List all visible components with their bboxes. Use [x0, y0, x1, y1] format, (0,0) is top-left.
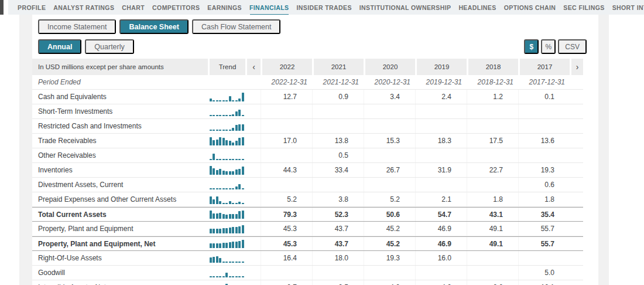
value-cell: 1.8 [518, 192, 570, 206]
year-column-header-2021[interactable]: 2021 [312, 59, 364, 75]
row-label: Property, Plant and Equipment [32, 222, 208, 236]
sparkline-bar [232, 114, 234, 116]
nav-item-earnings[interactable]: EARNINGS [207, 4, 242, 11]
nav-item-short-interest[interactable]: SHORT INTEREST [612, 4, 644, 11]
sparkline-bar [242, 262, 244, 263]
value-cell: 5.0 [518, 266, 570, 280]
sparkline-bar [210, 115, 212, 116]
value-cell: 0.6 [518, 178, 570, 192]
sparkline-bar [222, 203, 225, 204]
unit-button-csv[interactable]: CSV [558, 39, 587, 54]
sparkline-bar [242, 225, 244, 233]
trend-sparkline [208, 119, 245, 133]
sparkline-bar [210, 243, 212, 248]
arrow-spacer [245, 178, 261, 192]
row-label: Total Current Assets [32, 208, 208, 221]
tab-annual[interactable]: Annual [38, 39, 81, 54]
value-cell: 3.4 [364, 90, 415, 104]
table-row-cash-and-equivalents: Cash and Equivalents12.70.93.42.41.20.1 [32, 90, 583, 104]
nav-item-profile[interactable]: PROFILE [18, 4, 46, 11]
sparkline-bar [229, 115, 231, 116]
previous-years-button[interactable]: ‹ [245, 59, 261, 75]
sparkline-bar [216, 229, 218, 233]
period-tabs: AnnualQuarterly [38, 39, 134, 54]
row-label: Goodwill [32, 266, 208, 280]
sparkline-bar [213, 229, 215, 233]
nav-item-analyst-ratings[interactable]: ANALYST RATINGS [53, 4, 114, 11]
trend-sparkline [208, 104, 245, 118]
next-years-button[interactable]: › [570, 59, 583, 75]
sparkline-bar [213, 154, 215, 160]
value-cell: 16.0 [415, 251, 467, 265]
end-spacer [570, 266, 583, 280]
sparkline-bar [216, 196, 218, 204]
end-spacer [570, 134, 583, 148]
sparkline-bar [229, 171, 231, 175]
value-cell: 33.4 [312, 163, 364, 177]
sparkline-bar [235, 141, 238, 145]
sparkline-chart [210, 195, 244, 204]
tab-income-statement[interactable]: Income Statement [38, 19, 116, 34]
arrow-spacer [245, 192, 261, 206]
value-cell: 5.2 [261, 192, 312, 206]
nav-item-competitors[interactable]: COMPETITORS [152, 4, 200, 11]
sparkline-bar [242, 137, 244, 145]
tab-balance-sheet[interactable]: Balance Sheet [119, 19, 188, 34]
sparkline-chart [210, 181, 244, 189]
sparkline-bar [232, 214, 234, 219]
tab-quarterly[interactable]: Quarterly [85, 39, 133, 54]
sparkline-bar [213, 130, 215, 131]
table-row-other-receivables: Other Receivables0.5 [32, 148, 583, 163]
row-label: Cash and Equivalents [32, 90, 208, 104]
value-cell [518, 104, 570, 118]
value-cell: 50.6 [364, 208, 415, 221]
end-spacer [570, 251, 583, 265]
period-date: 2022-12-31 [261, 75, 312, 89]
trend-sparkline [208, 192, 245, 206]
value-cell: 17.0 [261, 134, 312, 148]
sparkline-bar [225, 140, 228, 145]
sparkline-chart [210, 166, 244, 175]
arrow-spacer [245, 222, 261, 236]
value-cell: 1.8 [467, 192, 518, 206]
year-column-header-2020[interactable]: 2020 [364, 59, 415, 75]
year-column-header-2018[interactable]: 2018 [467, 59, 518, 75]
unit-button-[interactable]: $ [524, 39, 539, 54]
left-gutter [19, 15, 32, 285]
unit-button-[interactable]: % [541, 39, 556, 54]
value-cell: 2.1 [415, 192, 467, 206]
sparkline-bar [213, 140, 215, 145]
value-cell [518, 251, 570, 265]
year-column-header-2017[interactable]: 2017 [518, 59, 570, 75]
sparkline-bar [235, 100, 238, 101]
nav-item-sec-filings[interactable]: SEC FILINGS [563, 4, 604, 11]
nav-item-institutional-ownership[interactable]: INSTITUTIONAL OWNERSHIP [359, 4, 451, 11]
year-column-header-2022[interactable]: 2022 [261, 59, 312, 75]
nav-item-chart[interactable]: CHART [122, 4, 145, 11]
sparkline-bar [222, 100, 225, 101]
value-cell [261, 119, 312, 133]
sparkline-bar [235, 214, 238, 219]
page: PROFILEANALYST RATINGSCHARTCOMPETITORSEA… [0, 0, 644, 285]
sparkline-bar [222, 243, 225, 248]
row-label: Divestment Assets, Current [32, 178, 208, 192]
right-gutter [598, 15, 609, 285]
year-column-header-2019[interactable]: 2019 [415, 59, 467, 75]
trend-sparkline [208, 148, 245, 162]
sparkline-bar [225, 215, 228, 219]
period-date: 2018-12-31 [467, 75, 518, 89]
row-label: Other Receivables [32, 148, 208, 162]
tab-cash-flow-statement[interactable]: Cash Flow Statement [192, 19, 281, 34]
value-cell: 46.9 [415, 222, 467, 236]
nav-item-options-chain[interactable]: OPTIONS CHAIN [504, 4, 556, 11]
nav-item-financials[interactable]: FINANCIALS [249, 4, 289, 11]
sparkline-bar [235, 227, 238, 233]
nav-item-insider-trades[interactable]: INSIDER TRADES [297, 4, 352, 11]
period-date: 2019-12-31 [415, 75, 467, 89]
row-label: Short-Term Investments [32, 104, 208, 118]
sparkline-bar [235, 169, 238, 175]
value-cell: 18.0 [312, 251, 364, 265]
period-ended-row: Period Ended2022-12-312021-12-312020-12-… [32, 75, 583, 90]
sparkline-bar [216, 243, 218, 248]
nav-item-headlines[interactable]: HEADLINES [458, 4, 496, 11]
